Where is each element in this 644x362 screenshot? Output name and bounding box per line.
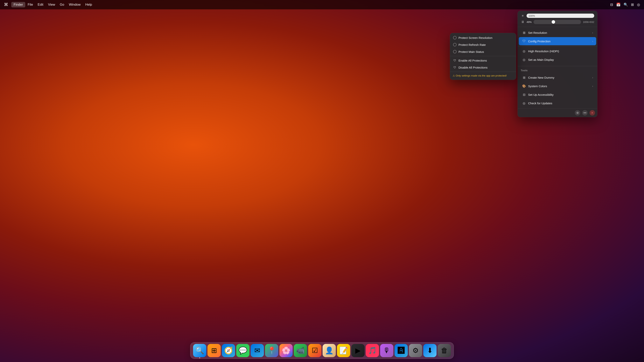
protect-refresh-icon [453,43,456,46]
appstore-icon: 🅰 [398,347,405,355]
updates-label: Check for Updates [528,102,593,105]
apple-menu[interactable]: ⌘ [4,2,8,7]
reminders-icon: ☑ [312,347,318,355]
dots-button[interactable]: ••• [582,110,588,116]
menu-window[interactable]: Window [66,2,83,7]
dock-mail[interactable]: ✉ [251,344,264,357]
dock-podcasts[interactable]: 🎙 [380,344,393,357]
protect-main-status-item[interactable]: Protect Main Status [450,48,516,55]
set-resolution-label: Set Resolution [528,31,590,34]
check-for-updates-item[interactable]: ◎ Check for Updates [519,99,596,107]
close-button[interactable]: ✕ [590,110,595,116]
enable-all-protections-item[interactable]: 🛡 Enable All Protections [450,57,516,64]
protect-refresh-rate-label: Protect Refresh Rate [458,43,486,46]
appletv-icon: ▶ [355,347,361,355]
disable-all-protections-item[interactable]: 🛡 Disable All Protections [450,64,516,71]
create-dummy-icon: ⊞ [522,75,526,80]
contacts-icon: 👤 [325,347,334,355]
photos-icon: 🌸 [282,347,290,355]
menu-help[interactable]: Help [83,2,94,7]
brightness-row: ☀ 100% [521,13,594,18]
updates-icon: ◎ [522,101,526,105]
system-colors-icon: 🎨 [522,84,526,88]
dock-notes[interactable]: 📝 [337,344,350,357]
high-resolution-item[interactable]: ◎ High Resolution (HiDPI) [519,47,596,55]
protect-screen-resolution-item[interactable]: Protect Screen Resolution [450,34,516,41]
dock-maps[interactable]: 📍 [265,344,278,357]
display-icon[interactable]: ⊟ [610,2,613,7]
main-dropdown-panel: ☀ 100% 🖥 49% 1656×932 ⊞ Set Resolution ›… [518,11,597,117]
messages-icon: 💬 [238,347,247,355]
config-protection-label: Config Protection [528,40,590,43]
resolution-slider[interactable] [534,20,581,24]
dock-trash[interactable]: 🗑 [438,344,451,357]
podcasts-icon: 🎙 [383,347,390,355]
set-resolution-item[interactable]: ⊞ Set Resolution › [519,28,596,37]
dock-finder[interactable]: 🔍 [193,344,206,357]
create-new-dummy-item[interactable]: ⊞ Create New Dummy › [519,73,596,82]
set-up-accessibility-item[interactable]: ⊟ Set Up Accessibility [519,90,596,99]
control-center-icon[interactable]: ⊞ [631,2,634,7]
search-icon[interactable]: 🔍 [624,2,628,7]
finder-dot [199,357,200,358]
menu-edit[interactable]: Edit [36,2,46,7]
menubar: ⌘ Finder File Edit View Go Window Help ⊟… [0,0,644,9]
dock-reminders[interactable]: ☑ [308,344,322,357]
submenu-warning: ⚠ Only settings made via the app are pro… [450,73,516,79]
menu-view[interactable]: View [46,2,58,7]
config-protection-submenu: Protect Screen Resolution Protect Refres… [450,33,516,80]
high-resolution-icon: ◎ [522,49,526,53]
dock-music[interactable]: 🎵 [366,344,379,357]
resolution-row: 🖥 49% 1656×932 [521,20,594,24]
create-dummy-label: Create New Dummy [528,76,590,79]
warning-text: ⚠ Only settings made via the app are pro… [453,74,507,77]
set-resolution-icon: ⊞ [522,30,526,35]
enable-all-label: Enable All Protections [458,59,487,62]
music-icon: 🎵 [368,347,377,355]
accessibility-icon: ⊟ [522,92,526,97]
finder-icon: 🔍 [196,347,204,355]
system-colors-item[interactable]: 🎨 System Colors › [519,82,596,90]
dock-contacts[interactable]: 👤 [322,344,336,357]
gear-button[interactable]: ⚙ [575,110,580,116]
set-resolution-arrow: › [592,31,593,34]
high-resolution-label: High Resolution (HiDPI) [528,49,593,53]
dock-downloads[interactable]: ⬇ [423,344,436,357]
mail-icon: ✉ [254,347,260,355]
protect-main-status-icon [453,50,456,53]
submenu-separator [450,56,516,56]
system-colors-arrow: › [592,85,593,88]
protect-refresh-rate-item[interactable]: Protect Refresh Rate [450,41,516,48]
menubar-right: ⊟ 📅 🔍 ⊞ ◎ [610,2,640,7]
dock-appletv[interactable]: ▶ [351,344,364,357]
dock-safari[interactable]: 🧭 [222,344,235,357]
maps-icon: 📍 [267,347,276,355]
config-protection-item[interactable]: 🛡 Config Protection › [519,37,596,45]
dock-launchpad[interactable]: ⊞ [208,344,221,357]
dock-appstore[interactable]: 🅰 [394,344,408,357]
set-main-display-item[interactable]: ◎ Set as Main Display [519,55,596,64]
submenu-separator-2 [450,72,516,72]
protect-screen-res-icon [453,36,456,39]
menu-go[interactable]: Go [57,2,66,7]
dock-messages[interactable]: 💬 [236,344,250,357]
dock-photos[interactable]: 🌸 [280,344,293,357]
prefs-icon: ⚙ [412,347,419,355]
enable-protections-icon: 🛡 [453,59,456,62]
tools-header: Tools [518,68,597,73]
protect-screen-resolution-label: Protect Screen Resolution [458,36,492,39]
menu-finder[interactable]: Finder [11,2,25,7]
dock-system-prefs[interactable]: ⚙ [409,344,422,357]
dock-facetime[interactable]: 📹 [294,344,307,357]
siri-icon[interactable]: ◎ [637,2,640,7]
brightness-value: 100% [528,14,535,17]
disable-all-label: Disable All Protections [458,66,488,69]
brightness-slider[interactable]: 100% [526,13,594,18]
menu-file[interactable]: File [25,2,35,7]
set-main-display-icon: ◎ [522,57,526,62]
calendar-icon[interactable]: 📅 [616,2,620,7]
display-small-icon: 🖥 [521,20,524,24]
downloads-icon: ⬇ [427,347,433,355]
system-colors-label: System Colors [528,84,590,88]
disable-protections-icon: 🛡 [453,66,456,69]
